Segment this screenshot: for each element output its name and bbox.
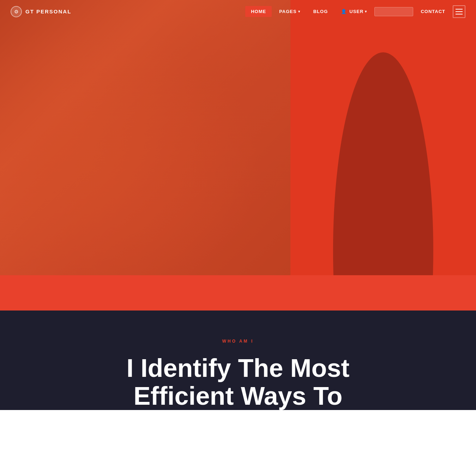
nav-menu: HOME PAGES ▾ BLOG 👤 USER ▾ CON [245, 5, 465, 18]
brand-logo[interactable]: ⚙ GT PERSONAL [11, 6, 71, 17]
nav-item-home[interactable]: HOME [245, 6, 272, 17]
brand-name: GT PERSONAL [25, 8, 71, 14]
navbar: ⚙ GT PERSONAL HOME PAGES ▾ BLOG 👤 USER ▾ [0, 0, 476, 23]
red-band [0, 275, 476, 311]
search-input[interactable] [374, 7, 413, 16]
nav-item-user[interactable]: 👤 USER ▾ [335, 6, 373, 17]
hamburger-menu[interactable] [453, 5, 465, 18]
nav-item-contact[interactable]: CONTACT [415, 6, 451, 17]
chevron-down-icon-2: ▾ [365, 10, 367, 13]
user-icon: 👤 [341, 9, 347, 14]
nav-hamburger[interactable] [453, 5, 465, 18]
hero-red-overlay [0, 0, 290, 275]
who-label: WHO AM I [14, 339, 462, 344]
hero-section: I AM A FREELANCER DEVELOPER HI, I AM JAS… [0, 0, 476, 275]
nav-item-pages[interactable]: PAGES ▾ [273, 6, 306, 17]
who-title: I Identify The Most Efficient Ways To [97, 354, 379, 410]
nav-item-blog[interactable]: BLOG [308, 6, 334, 17]
brand-icon: ⚙ [11, 6, 22, 17]
nav-search-item[interactable] [374, 7, 413, 16]
hero-right-panel [290, 0, 476, 275]
who-am-i-section: WHO AM I I Identify The Most Efficient W… [0, 311, 476, 410]
chevron-down-icon: ▾ [298, 10, 300, 13]
